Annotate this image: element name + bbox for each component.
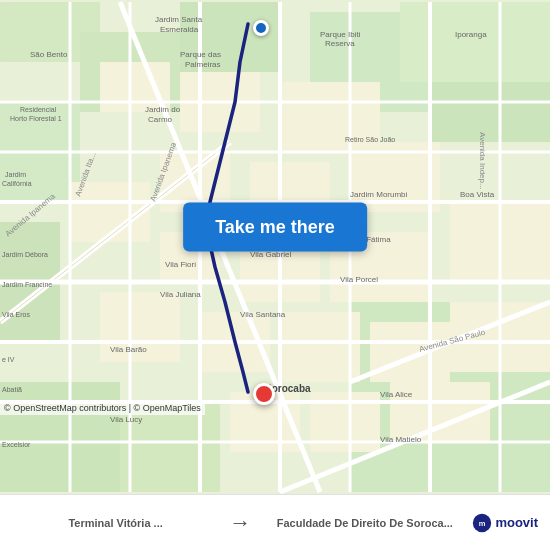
svg-text:Boa Vista: Boa Vista [460, 190, 495, 199]
svg-text:Retiro São João: Retiro São João [345, 136, 395, 143]
svg-text:Vila Santana: Vila Santana [240, 310, 286, 319]
moovit-logo-icon: m [472, 513, 492, 533]
arrow-icon: → [223, 510, 257, 536]
svg-text:Horto Florestal 1: Horto Florestal 1 [10, 115, 62, 122]
bottom-bar: Terminal Vitória ... → Faculdade De Dire… [0, 494, 550, 550]
svg-text:Jardim Débora: Jardim Débora [2, 251, 48, 258]
map-area: São Bento Jardim Santa Esmeralda Parque … [0, 0, 550, 494]
svg-text:Vila Fiori: Vila Fiori [165, 260, 196, 269]
svg-text:Parque Ibiti: Parque Ibiti [320, 30, 361, 39]
svg-rect-10 [0, 382, 120, 492]
svg-text:Iporanga: Iporanga [455, 30, 487, 39]
svg-text:Palmeiras: Palmeiras [185, 60, 221, 69]
svg-text:Reserva: Reserva [325, 39, 355, 48]
svg-text:Abatiã: Abatiã [2, 386, 22, 393]
moovit-logo: m moovit [472, 513, 542, 533]
svg-text:e IV: e IV [2, 356, 15, 363]
app-container: São Bento Jardim Santa Esmeralda Parque … [0, 0, 550, 550]
svg-text:Jardim: Jardim [5, 171, 26, 178]
svg-rect-8 [430, 82, 550, 142]
svg-text:Jardim Santa: Jardim Santa [155, 15, 203, 24]
svg-text:Vila Eros: Vila Eros [2, 311, 30, 318]
moovit-text: moovit [495, 515, 538, 530]
svg-text:Jardim Francine: Jardim Francine [2, 281, 52, 288]
origin-marker [253, 20, 269, 36]
svg-rect-23 [280, 312, 360, 382]
from-label: Terminal Vitória ... [68, 517, 162, 529]
svg-text:Parque das: Parque das [180, 50, 221, 59]
svg-text:Esmeralda: Esmeralda [160, 25, 199, 34]
take-me-there-button[interactable]: Take me there [183, 203, 367, 252]
route-from: Terminal Vitória ... [8, 517, 223, 529]
svg-text:Jardim Morumbi: Jardim Morumbi [350, 190, 408, 199]
svg-rect-7 [400, 2, 550, 82]
svg-rect-25 [370, 322, 450, 382]
svg-text:Avenida Indep...: Avenida Indep... [478, 132, 487, 190]
svg-text:Vila Alice: Vila Alice [380, 390, 413, 399]
svg-text:m: m [479, 519, 486, 528]
svg-text:Vila Matielo: Vila Matielo [380, 435, 422, 444]
map-attribution: © OpenStreetMap contributors | © OpenMap… [0, 401, 205, 415]
svg-text:São Bento: São Bento [30, 50, 68, 59]
route-to: Faculdade De Direito De Soroca... [257, 517, 472, 529]
svg-text:Vila Barão: Vila Barão [110, 345, 147, 354]
svg-text:Vila Porcel: Vila Porcel [340, 275, 378, 284]
svg-text:Califórnia: Califórnia [2, 180, 32, 187]
svg-text:Vila Juliana: Vila Juliana [160, 290, 201, 299]
svg-text:Jardim do: Jardim do [145, 105, 181, 114]
svg-text:Carmo: Carmo [148, 115, 173, 124]
destination-marker [253, 383, 275, 405]
svg-text:Excelsior: Excelsior [2, 441, 31, 448]
svg-text:Residencial: Residencial [20, 106, 57, 113]
svg-text:Vila Lucy: Vila Lucy [110, 415, 142, 424]
to-label: Faculdade De Direito De Soroca... [277, 517, 453, 529]
